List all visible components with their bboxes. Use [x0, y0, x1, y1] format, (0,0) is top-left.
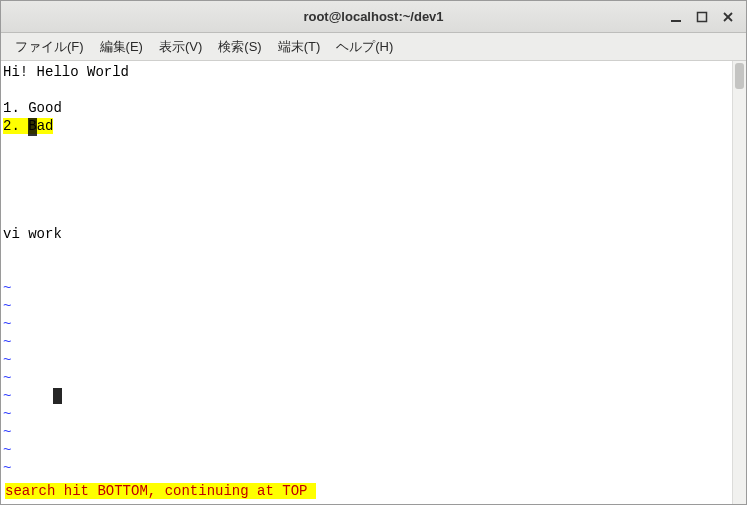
vi-tilde-line: ~ — [3, 423, 730, 441]
maximize-button[interactable] — [694, 9, 710, 25]
vi-tilde-line: ~ — [3, 459, 730, 477]
hl-post: ad — [37, 118, 54, 134]
vi-status-line: search hit BOTTOM, continuing at TOP — [5, 482, 316, 500]
close-button[interactable] — [720, 9, 736, 25]
vi-tilde-line-cursor: ~ — [3, 387, 730, 405]
vi-tilde: ~ — [3, 388, 11, 404]
search-highlight: 2. Bad — [3, 118, 53, 134]
svg-rect-1 — [698, 12, 707, 21]
cursor-char: B — [28, 118, 36, 134]
vi-tilde-line: ~ — [3, 405, 730, 423]
terminal-area[interactable]: Hi! Hello World 1. Good 2. Bad vi work ~… — [1, 61, 746, 504]
window-title: root@localhost:~/dev1 — [1, 9, 746, 24]
menu-view[interactable]: 表示(V) — [151, 35, 210, 59]
buffer-line — [3, 189, 730, 207]
buffer-line: Hi! Hello World — [3, 63, 730, 81]
menu-edit[interactable]: 編集(E) — [92, 35, 151, 59]
vi-tilde-line: ~ — [3, 333, 730, 351]
vi-tilde-line: ~ — [3, 351, 730, 369]
terminal-content[interactable]: Hi! Hello World 1. Good 2. Bad vi work ~… — [3, 63, 730, 502]
scrollbar-thumb[interactable] — [735, 63, 744, 89]
vi-tilde-line: ~ — [3, 315, 730, 333]
close-icon — [722, 11, 734, 23]
buffer-line — [3, 153, 730, 171]
menu-file[interactable]: ファイル(F) — [7, 35, 92, 59]
menubar: ファイル(F) 編集(E) 表示(V) 検索(S) 端末(T) ヘルプ(H) — [1, 33, 746, 61]
minimize-icon — [670, 11, 682, 23]
vi-tilde-line: ~ — [3, 279, 730, 297]
menu-help[interactable]: ヘルプ(H) — [328, 35, 401, 59]
buffer-line — [3, 261, 730, 279]
buffer-line — [3, 81, 730, 99]
terminal-window: root@localhost:~/dev1 ファイル(F) 編集(E) 表示(V… — [0, 0, 747, 505]
menu-terminal[interactable]: 端末(T) — [270, 35, 329, 59]
vi-tilde-line: ~ — [3, 297, 730, 315]
status-message: search hit BOTTOM, continuing at TOP — [5, 483, 316, 499]
buffer-line: 1. Good — [3, 99, 730, 117]
terminal-scrollbar[interactable] — [732, 61, 746, 504]
menu-search[interactable]: 検索(S) — [210, 35, 269, 59]
buffer-line — [3, 171, 730, 189]
window-controls — [668, 1, 740, 32]
buffer-line-highlighted: 2. Bad — [3, 117, 730, 135]
maximize-icon — [696, 11, 708, 23]
buffer-line — [3, 135, 730, 153]
minimize-button[interactable] — [668, 9, 684, 25]
buffer-line — [3, 207, 730, 225]
vi-tilde-line: ~ — [3, 369, 730, 387]
hl-pre: 2. — [3, 118, 28, 134]
titlebar[interactable]: root@localhost:~/dev1 — [1, 1, 746, 33]
block-cursor — [53, 388, 62, 404]
buffer-line — [3, 243, 730, 261]
vi-tilde-line: ~ — [3, 441, 730, 459]
buffer-line: vi work — [3, 225, 730, 243]
